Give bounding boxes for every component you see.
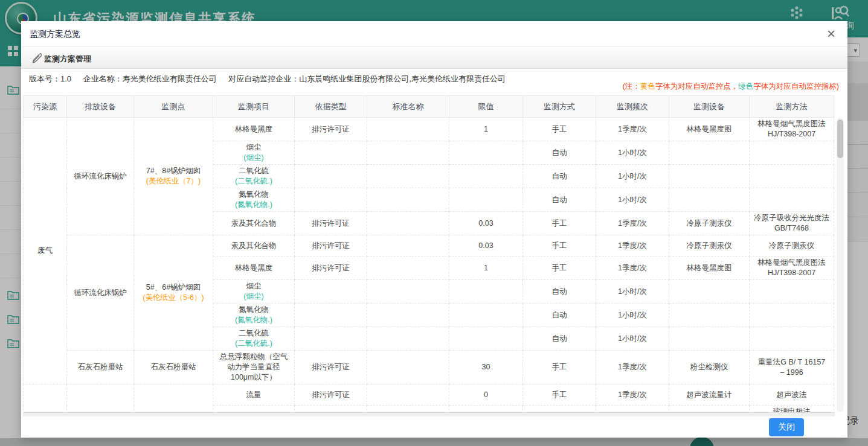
table-cell: 排污许可证 (295, 351, 367, 384)
table-cell (367, 327, 449, 351)
table-cell: 0.03 (449, 235, 523, 256)
table-cell: 烟尘(烟尘) (213, 141, 295, 165)
column-header: 污染源 (24, 96, 67, 118)
table-cell: 手工 (523, 118, 596, 141)
table-cell: 9--6 (449, 406, 523, 413)
column-header: 监测设备 (669, 96, 750, 118)
close-button[interactable]: 关闭 (769, 418, 804, 436)
table-cell (24, 384, 67, 413)
section-header: 监测方案管理 (21, 48, 847, 69)
table-cell: 30 (449, 351, 523, 384)
table-row: 废气循环流化床锅炉7#、8#锅炉烟囱(美伦纸业（7）)林格曼黑度排污许可证1手工… (24, 118, 834, 141)
auto-company-text: 对应自动监控企业：山东晨鸣纸业集团股份有限公司,寿光美伦纸业有限责任公司 (228, 74, 506, 83)
table-cell (669, 141, 750, 165)
table-cell (367, 118, 449, 141)
table-cell (750, 165, 834, 188)
table-cell: 1小时/次 (596, 188, 669, 212)
table-cell (367, 351, 449, 384)
table-cell: 自动 (523, 304, 596, 327)
table-cell: 排污许可证 (295, 212, 367, 235)
column-header: 限值 (449, 96, 523, 118)
close-icon[interactable]: × (827, 26, 835, 42)
table-cell: 手工 (523, 212, 596, 235)
table-cell (750, 280, 834, 304)
table-row: 石灰石粉磨站石灰石粉磨站总悬浮颗粒物（空气动力学当量直径100μm以下）排污许可… (24, 351, 834, 384)
table-cell: 排污许可证 (295, 235, 367, 256)
table-cell: 手工 (523, 351, 596, 384)
table-cell: 自动 (523, 141, 596, 165)
table-viewport: 污染源排放设备监测点监测项目依据类型标准名称限值监测方式监测频次监测设备监测方法… (23, 95, 835, 412)
table-cell (750, 188, 834, 212)
table-cell: 林格曼黑度图 (669, 256, 750, 280)
table-cell (449, 141, 523, 165)
table-cell (750, 141, 834, 165)
table-cell: 粉尘检测仪 (669, 351, 750, 384)
table-cell: 超声波流量计 (669, 384, 750, 406)
table-cell (67, 384, 134, 413)
table-cell: 冷原子测汞仪 (669, 235, 750, 256)
legend-yellow: 黄色 (640, 82, 655, 91)
table-cell (449, 304, 523, 327)
table-row: 循环流化床锅炉5#、6#锅炉烟囱(美伦纸业（5-6）)汞及其化合物排污许可证0.… (24, 235, 834, 256)
table-scrollbar-thumb[interactable] (837, 119, 843, 158)
table-cell: 1季度/次 (596, 351, 669, 384)
table-cell (367, 304, 449, 327)
table-cell: 排污许可证 (295, 406, 367, 413)
table-cell: 5#、6#锅炉烟囱(美伦纸业（5-6）) (134, 235, 213, 351)
table-cell (367, 165, 449, 188)
table-cell: 手工 (523, 384, 596, 406)
table-cell (295, 304, 367, 327)
table-cell: 1季度/次 (596, 118, 669, 141)
table-cell (134, 384, 213, 413)
table-cell: 1季度/次 (596, 384, 669, 406)
table-cell: 0.03 (449, 212, 523, 235)
table-cell: 循环流化床锅炉 (67, 118, 134, 235)
table-cell: 总悬浮颗粒物（空气动力学当量直径100μm以下） (213, 351, 295, 384)
table-cell: 烟尘(烟尘) (213, 280, 295, 304)
table-cell: 7#、8#锅炉烟囱(美伦纸业（7）) (134, 118, 213, 235)
table-cell: 排污许可证 (295, 256, 367, 280)
table-cell: 0 (449, 384, 523, 406)
plan-table: 污染源排放设备监测点监测项目依据类型标准名称限值监测方式监测频次监测设备监测方法… (23, 95, 834, 412)
table-cell: 汞及其化合物 (213, 235, 295, 256)
table-cell (295, 327, 367, 351)
table-cell: 氮氧化物(氮氧化物.) (213, 188, 295, 212)
table-cell: 1小时/次 (596, 165, 669, 188)
table-cell: 1小时/次 (596, 304, 669, 327)
table-cell (295, 165, 367, 188)
table-cell (367, 141, 449, 165)
table-cell (449, 327, 523, 351)
table-cell (367, 256, 449, 280)
table-cell: 玻璃电极法GB/T6920 (750, 406, 834, 413)
table-horizontal-scrollbar[interactable] (23, 412, 835, 416)
table-cell: 冷原子测汞仪 (750, 235, 834, 256)
section-title: 监测方案管理 (44, 54, 91, 65)
column-header: 排放设备 (67, 96, 134, 118)
table-cell: 排污许可证 (295, 384, 367, 406)
version-text: 版本号：1.0 (29, 74, 71, 83)
column-header: 监测项目 (213, 96, 295, 118)
modal-title: 监测方案总览 (30, 29, 80, 40)
table-cell: 废气 (24, 118, 67, 384)
table-cell (367, 384, 449, 406)
table-cell: 石灰石粉磨站 (67, 351, 134, 384)
table-cell (295, 141, 367, 165)
column-header: 监测方式 (523, 96, 596, 118)
table-cell (367, 235, 449, 256)
table-cell (669, 327, 750, 351)
table-cell: 林格曼烟气黑度图法HJ/T398-2007 (750, 118, 834, 141)
column-header: 监测频次 (596, 96, 669, 118)
table-cell (295, 280, 367, 304)
table-cell: 1小时/次 (596, 280, 669, 304)
table-cell (449, 280, 523, 304)
table-cell (367, 406, 449, 413)
table-vertical-scrollbar[interactable] (837, 118, 844, 412)
column-header: 监测方法 (750, 96, 834, 118)
pen-icon (31, 52, 43, 64)
table-cell: 冷原子吸收分光光度法GB/T7468 (750, 212, 834, 235)
meta-row: 版本号：1.0 企业名称：寿光美伦纸业有限责任公司 对应自动监控企业：山东晨鸣纸… (21, 69, 847, 95)
modal-footer: 关闭 (21, 416, 847, 438)
column-header: 依据类型 (295, 96, 367, 118)
table-cell: 排污许可证 (295, 118, 367, 141)
table-cell: 自动 (523, 327, 596, 351)
